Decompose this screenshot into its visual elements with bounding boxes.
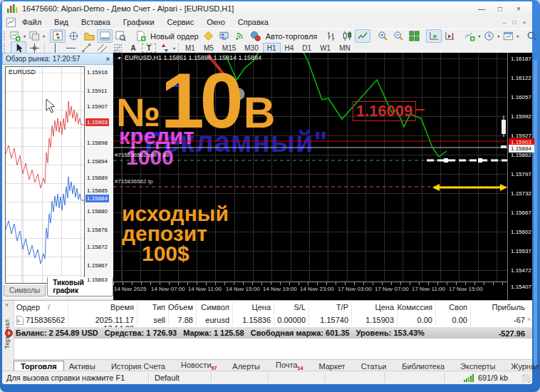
toolbar-grip[interactable] [4, 31, 5, 41]
timeframe-m1[interactable]: M1 [181, 43, 199, 53]
child-restore-button[interactable]: □ [509, 18, 519, 26]
autotrading-button[interactable] [248, 29, 264, 43]
column-volume[interactable]: Объем [162, 303, 193, 311]
column-commission[interactable]: Комиссия [390, 303, 432, 311]
dropdown-arrow-icon[interactable]: ▾ [173, 46, 175, 51]
line-chart-button[interactable] [355, 29, 370, 43]
autotrading-label[interactable]: Авто-торговля [266, 32, 318, 41]
column-price[interactable]: Цена [235, 303, 271, 311]
signals-button[interactable] [232, 29, 248, 43]
dropdown-arrow-icon[interactable]: ▾ [43, 33, 45, 38]
menu-charts[interactable]: Графики [117, 16, 161, 28]
tab-trade[interactable]: Торговля [14, 361, 64, 371]
timeframe-mn[interactable]: MN [335, 43, 355, 53]
timeframe-h1[interactable]: H1 [263, 43, 281, 53]
menu-view[interactable]: Вид [48, 16, 75, 28]
child-close-button[interactable]: × [519, 18, 529, 26]
timeframe-m5[interactable]: M5 [199, 43, 218, 53]
tick-price-label: 1.15898 [87, 140, 108, 146]
candlestick-chart-button[interactable] [339, 29, 355, 43]
titlebar[interactable]: 16475660: Alpari-Demo - Демо Счет - Alpa… [2, 1, 532, 16]
zoom-in-button[interactable] [375, 29, 390, 43]
tab-symbols[interactable]: Символы [4, 285, 46, 296]
tab-journal[interactable]: Журнал [506, 361, 540, 371]
metaeditor-button[interactable] [201, 29, 217, 43]
timeframe-m30[interactable]: M30 [240, 43, 262, 53]
tab-account-history[interactable]: История Счета [106, 361, 170, 371]
indicators-button[interactable] [462, 29, 477, 43]
menu-tools[interactable]: Сервис [161, 16, 201, 28]
balance-row: Баланс: 2 254.89 USD Средства: 1 726.93 … [14, 327, 532, 339]
current-bar-marker [501, 145, 507, 148]
status-profile[interactable]: Default [155, 373, 180, 382]
tab-experts[interactable]: Эксперты [455, 361, 500, 371]
time-axis-label: 14 Nov 11:00 [188, 286, 222, 292]
timeframe-h4[interactable]: H4 [281, 43, 298, 53]
scale-label: 1.15862 [511, 152, 531, 158]
dropdown-arrow-icon[interactable]: ▾ [516, 33, 519, 38]
toolbar-grip[interactable] [4, 43, 9, 53]
maximize-button[interactable]: □ [491, 4, 509, 14]
menu-insert[interactable]: Вставка [75, 16, 117, 28]
menu-help[interactable]: Справка [232, 16, 275, 28]
tab-assets[interactable]: Активы [64, 361, 100, 371]
column-sl[interactable]: S/L [270, 303, 306, 311]
column-order[interactable]: Ордер [16, 303, 40, 311]
timeframe-m15[interactable]: M15 [218, 43, 240, 53]
order-id[interactable]: 715836562 [26, 316, 65, 324]
price-scale[interactable]: 1.16187 1.16122 1.16057 1.15992 1.15927 … [507, 53, 532, 300]
price-chart[interactable]: ▼ EURUSD,H1 1.15851 1.15896 1.15814 1.15… [113, 53, 507, 300]
periods-button[interactable] [481, 29, 497, 43]
tab-library[interactable]: Библиотека [397, 361, 450, 371]
zoom-out-button[interactable] [390, 29, 406, 43]
column-current-price[interactable]: Цена [358, 303, 394, 311]
scale-label: 1.16187 [511, 56, 531, 62]
column-tp[interactable]: T/P [313, 303, 348, 311]
annotation-number-10b: № 10 В [116, 68, 276, 133]
bar-chart-button[interactable] [323, 29, 339, 43]
close-order-icon[interactable]: × [527, 316, 531, 323]
chart-shift-button[interactable] [442, 29, 457, 43]
timeframe-d1[interactable]: D1 [298, 43, 316, 53]
timeframe-w1[interactable]: W1 [316, 43, 335, 53]
minimize-button[interactable]: — [472, 4, 491, 14]
resize-grip[interactable] [522, 374, 531, 383]
templates-button[interactable] [500, 29, 516, 43]
tick-chart[interactable] [5, 66, 85, 284]
market-watch-close-icon[interactable]: × [106, 56, 110, 63]
new-order-label[interactable]: Новый ордер [150, 32, 199, 41]
toolbar-separator [44, 43, 45, 53]
menu-file[interactable]: Файл [16, 16, 48, 28]
time-axis-label: 14 Nov 07:00 [151, 286, 185, 292]
sort-indicator-icon[interactable]: / [48, 303, 50, 311]
tab-market[interactable]: Маркет [313, 361, 350, 371]
publish-button[interactable] [217, 29, 232, 43]
chart-collapse-icon[interactable]: ▼ [117, 56, 122, 61]
tick-price-label: 1.15916 [87, 69, 108, 76]
column-profit[interactable]: Прибыль [475, 303, 525, 311]
tick-price-label: 1.15872 [87, 244, 108, 250]
dropdown-arrow-icon[interactable]: ▾ [24, 33, 26, 38]
terminal-close-icon[interactable]: × [5, 301, 9, 309]
status-traffic: 691/9 kb [478, 373, 508, 382]
child-minimize-button[interactable]: – [499, 18, 509, 26]
market-watch-header[interactable]: Обзор рынка: 17:20:57 × [2, 53, 113, 65]
search-button[interactable] [524, 29, 539, 43]
auto-scroll-button[interactable] [426, 29, 442, 43]
tile-windows-button[interactable] [406, 29, 422, 43]
column-time[interactable]: Время [63, 303, 134, 311]
order-sl: 0.00000 [270, 316, 306, 324]
column-swap[interactable]: Своп [432, 303, 467, 311]
tab-articles[interactable]: Статьи [356, 361, 392, 371]
close-button[interactable]: × [509, 4, 528, 14]
chart-header: ▼ EURUSD,H1 1.15851 1.15896 1.15814 1.15… [117, 54, 261, 61]
ask-tick-line [6, 101, 84, 188]
margin-level-value: Уровень: 153.43% [356, 329, 425, 337]
tick-price-label: 1.15889 [87, 175, 108, 181]
dropdown-arrow-icon[interactable]: ▾ [478, 33, 480, 38]
dropdown-arrow-icon[interactable]: ▾ [497, 33, 499, 38]
menu-window[interactable]: Окно [200, 16, 232, 28]
column-symbol[interactable]: Символ [196, 303, 229, 311]
chart-menu-icon[interactable] [6, 18, 16, 27]
tab-alerts[interactable]: Алерты [227, 361, 265, 371]
